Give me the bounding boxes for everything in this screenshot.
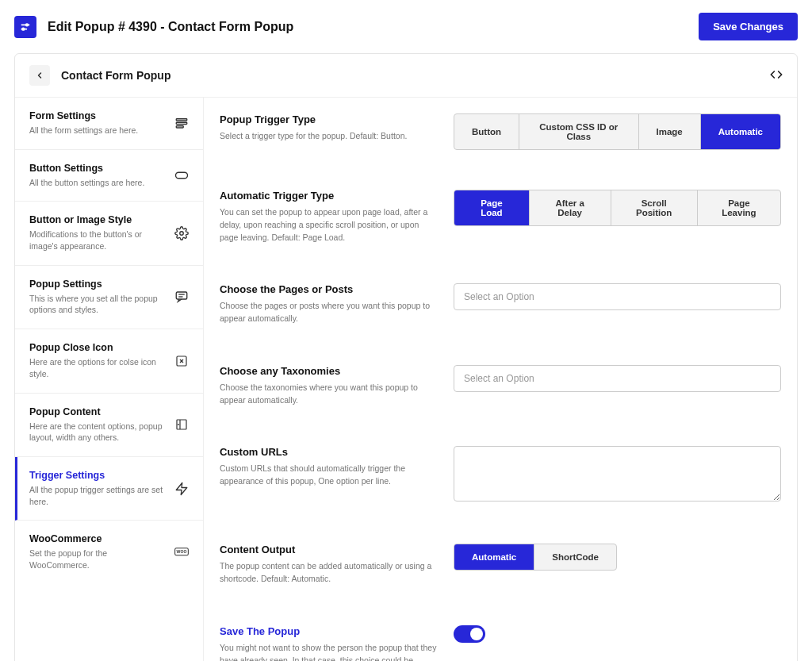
sidebar-item-title: Popup Close Icon (29, 342, 167, 353)
close-square-icon (174, 354, 189, 368)
trigger-type-css[interactable]: Custom CSS ID or Class (519, 114, 638, 149)
back-button[interactable] (29, 65, 50, 86)
sidebar-item-desc: Here are the options for colse icon styl… (29, 356, 167, 379)
sidebar-item-button-image-style[interactable]: Button or Image Style Modifications to t… (15, 202, 203, 265)
page-header: Edit Popup # 4390 - Contact Form Popup S… (0, 0, 812, 53)
code-icon (770, 68, 783, 81)
sidebar-item-title: Button Settings (29, 163, 167, 174)
trigger-type-image[interactable]: Image (639, 114, 701, 149)
sidebar-item-desc: Modifications to the button's or image's… (29, 229, 167, 252)
field-label: Popup Trigger Type (220, 113, 438, 125)
svg-point-8 (180, 232, 184, 236)
svg-marker-18 (176, 482, 187, 494)
sidebar-item-popup-close-icon[interactable]: Popup Close Icon Here are the options fo… (15, 329, 203, 393)
field-content-output: Content Output The popup content can be … (204, 536, 797, 594)
field-label: Custom URLs (220, 446, 438, 458)
field-desc: The popup content can be added automatic… (220, 560, 438, 586)
field-save-popup: Save The Popup You might not want to sho… (204, 617, 797, 661)
field-label: Save The Popup (220, 625, 438, 637)
panel-header: Contact Form Popup (15, 54, 797, 98)
button-icon (174, 168, 189, 183)
gear-icon (174, 226, 189, 240)
panel-body: Form Settings All the form settings are … (15, 98, 797, 661)
layout-icon (174, 417, 189, 432)
field-desc: You can set the popup to appear upon pag… (220, 206, 438, 244)
message-icon (174, 290, 189, 304)
field-desc: Custom URLs that should automatically tr… (220, 463, 438, 488)
svg-rect-9 (176, 292, 187, 299)
sidebar-item-desc: All the button settings are here. (29, 177, 167, 189)
svg-text:WOO: WOO (177, 549, 187, 554)
sliders-icon (174, 116, 189, 130)
save-popup-toggle[interactable] (454, 625, 485, 643)
field-label: Choose any Taxonomies (220, 365, 438, 377)
sidebar-item-title: WooCommerce (29, 533, 167, 544)
save-button[interactable]: Save Changes (699, 13, 798, 40)
panel-header-left: Contact Form Popup (29, 65, 170, 86)
header-left: Edit Popup # 4390 - Contact Form Popup (14, 16, 293, 38)
content-output-group: Automatic ShortCode (454, 544, 617, 571)
sidebar-item-woocommerce[interactable]: WooCommerce Set the popup for the WooCom… (15, 521, 203, 583)
app-icon (14, 16, 36, 38)
sidebar-item-popup-content[interactable]: Popup Content Here are the content optio… (15, 394, 203, 457)
sidebar-item-desc: Set the popup for the WooCommerce. (29, 548, 167, 571)
field-label: Automatic Trigger Type (220, 190, 438, 202)
trigger-type-automatic[interactable]: Automatic (701, 114, 780, 149)
woocommerce-icon: WOO (174, 545, 189, 559)
sidebar-item-trigger-settings[interactable]: Trigger Settings All the popup trigger s… (15, 457, 203, 521)
field-pages: Choose the Pages or Posts Choose the pag… (204, 275, 797, 333)
field-desc: You might not want to show the person th… (220, 642, 438, 661)
auto-trigger-group: Page Load After a Delay Scroll Position … (454, 190, 781, 226)
field-custom-urls: Custom URLs Custom URLs that should auto… (204, 438, 797, 512)
svg-point-17 (178, 425, 179, 425)
field-desc: Choose the taxonomies where you want thi… (220, 382, 438, 407)
pages-select[interactable]: Select an Option (454, 283, 781, 310)
taxonomies-select[interactable]: Select an Option (454, 365, 781, 392)
sidebar-item-button-settings[interactable]: Button Settings All the button settings … (15, 150, 203, 202)
lightning-icon (174, 482, 189, 496)
field-desc: Select a trigger type for the popup. Def… (220, 130, 438, 143)
sidebar-item-title: Popup Content (29, 406, 167, 417)
sidebar-item-desc: All the popup trigger settings are set h… (29, 484, 167, 507)
field-taxonomies: Choose any Taxonomies Choose the taxonom… (204, 357, 797, 415)
trigger-type-group: Button Custom CSS ID or Class Image Auto… (454, 113, 781, 150)
sidebar-item-title: Trigger Settings (29, 470, 167, 481)
auto-trigger-scroll[interactable]: Scroll Position (611, 190, 698, 225)
toggle-knob (470, 628, 483, 640)
sidebar-item-popup-settings[interactable]: Popup Settings This is where you set all… (15, 266, 203, 329)
svg-point-3 (22, 28, 25, 30)
trigger-type-button[interactable]: Button (454, 114, 519, 149)
content-output-automatic[interactable]: Automatic (454, 544, 534, 570)
field-label: Choose the Pages or Posts (220, 283, 438, 295)
sidebar-item-title: Button or Image Style (29, 214, 167, 225)
custom-urls-textarea[interactable] (454, 446, 781, 502)
sidebar-item-title: Popup Settings (29, 279, 167, 290)
page-title: Edit Popup # 4390 - Contact Form Popup (48, 20, 293, 34)
content-output-shortcode[interactable]: ShortCode (534, 544, 616, 570)
code-toggle-button[interactable] (770, 68, 783, 83)
sidebar-item-desc: This is where you set all the popup opti… (29, 293, 167, 316)
sidebar-item-form-settings[interactable]: Form Settings All the form settings are … (15, 98, 203, 150)
field-desc: Choose the pages or posts where you want… (220, 300, 438, 325)
field-label: Content Output (220, 544, 438, 555)
auto-trigger-leaving[interactable]: Page Leaving (698, 190, 780, 225)
field-trigger-type: Popup Trigger Type Select a trigger type… (204, 106, 797, 158)
svg-rect-4 (176, 119, 187, 121)
svg-rect-5 (176, 123, 187, 125)
chevron-left-icon (35, 71, 44, 80)
main-panel: Contact Form Popup Form Settings All the… (14, 53, 798, 661)
sidebar-item-title: Form Settings (29, 110, 167, 121)
sidebar-item-desc: Here are the content options, popup layo… (29, 421, 167, 444)
sidebar: Form Settings All the form settings are … (15, 98, 204, 661)
content-area: Popup Trigger Type Select a trigger type… (204, 98, 797, 661)
panel-title: Contact Form Popup (61, 69, 170, 82)
svg-rect-6 (176, 126, 183, 128)
auto-trigger-page-load[interactable]: Page Load (454, 190, 530, 225)
svg-point-2 (26, 24, 29, 26)
svg-rect-7 (176, 172, 188, 179)
auto-trigger-delay[interactable]: After a Delay (530, 190, 611, 225)
field-auto-trigger: Automatic Trigger Type You can set the p… (204, 182, 797, 252)
sidebar-item-desc: All the form settings are here. (29, 125, 167, 136)
